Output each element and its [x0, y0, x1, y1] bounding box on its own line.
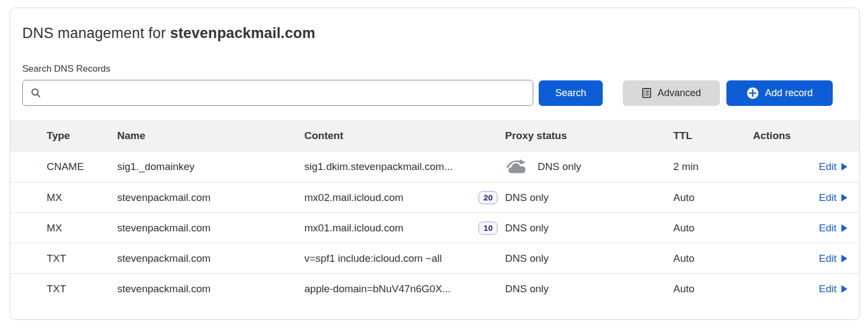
table-row: TXT stevenpackmail.com v=spf1 include:ic…: [10, 243, 859, 273]
search-input[interactable]: [47, 87, 525, 99]
record-actions: Edit: [753, 192, 847, 204]
edit-caret-icon: [841, 163, 847, 171]
list-document-icon: [642, 87, 652, 98]
proxy-status-label: DNS only: [538, 161, 581, 173]
proxy-status-label: DNS only: [505, 222, 548, 234]
search-input-wrapper: [22, 80, 533, 106]
edit-caret-icon: [841, 224, 847, 232]
proxy-status-label: DNS only: [505, 283, 548, 295]
record-content: mx01.mail.icloud.com 10: [304, 222, 505, 235]
record-proxy-status: DNS only: [505, 192, 673, 204]
search-label: Search DNS Records: [22, 64, 859, 74]
record-proxy-status: DNS only: [505, 253, 673, 265]
record-content: v=spf1 include:icloud.com ~all: [304, 253, 505, 265]
edit-record-link[interactable]: Edit: [819, 222, 847, 234]
proxy-status-label: DNS only: [505, 253, 548, 265]
edit-record-link[interactable]: Edit: [819, 161, 847, 173]
column-header-proxy-status: Proxy status: [505, 130, 673, 142]
column-header-content: Content: [304, 130, 505, 142]
column-header-name: Name: [117, 130, 304, 142]
search-button[interactable]: Search: [539, 80, 603, 106]
table-header-row: Type Name Content Proxy status TTL Actio…: [10, 120, 859, 152]
record-actions: Edit: [753, 161, 847, 173]
record-type: CNAME: [47, 161, 117, 173]
record-actions: Edit: [753, 222, 847, 234]
record-actions: Edit: [753, 253, 847, 265]
record-name: stevenpackmail.com: [117, 222, 304, 234]
page-title-domain: stevenpackmail.com: [170, 25, 315, 41]
edit-caret-icon: [841, 255, 847, 262]
table-row: MX stevenpackmail.com mx01.mail.icloud.c…: [10, 212, 859, 243]
record-content: apple-domain=bNuV47n6G0X...: [304, 283, 505, 295]
record-content: sig1.dkim.stevenpackmail.com...: [304, 161, 505, 173]
advanced-button-label: Advanced: [658, 87, 701, 99]
record-type: TXT: [47, 283, 117, 295]
page-title-prefix: DNS management for: [22, 25, 166, 41]
add-record-button-label: Add record: [765, 87, 813, 99]
search-icon: [30, 87, 41, 98]
record-name: stevenpackmail.com: [117, 283, 304, 295]
cloud-arrow-icon: [505, 159, 529, 175]
edit-caret-icon: [841, 285, 847, 293]
record-ttl: 2 min: [673, 161, 753, 173]
column-header-type: Type: [47, 130, 117, 142]
record-type: MX: [47, 192, 117, 204]
add-record-button[interactable]: Add record: [726, 80, 833, 106]
record-ttl: Auto: [673, 253, 753, 265]
table-row: TXT stevenpackmail.com apple-domain=bNuV…: [10, 273, 859, 304]
record-type: MX: [47, 222, 117, 234]
record-content: mx02.mail.icloud.com 20: [304, 191, 505, 204]
record-proxy-status: DNS only: [505, 159, 673, 175]
record-proxy-status: DNS only: [505, 222, 673, 234]
record-actions: Edit: [753, 283, 847, 295]
record-proxy-status: DNS only: [505, 283, 673, 295]
record-type: TXT: [47, 253, 117, 265]
dns-management-card: DNS management for stevenpackmail.com Se…: [10, 8, 860, 320]
mx-priority-badge: 20: [478, 191, 497, 204]
advanced-button[interactable]: Advanced: [623, 80, 720, 106]
record-ttl: Auto: [673, 222, 753, 234]
column-header-actions: Actions: [753, 130, 847, 142]
record-ttl: Auto: [673, 192, 753, 204]
edit-record-link[interactable]: Edit: [819, 253, 847, 265]
record-ttl: Auto: [673, 283, 753, 295]
record-name: sig1._domainkey: [117, 161, 304, 173]
record-name: stevenpackmail.com: [117, 192, 304, 204]
mx-priority-badge: 10: [478, 222, 497, 235]
column-header-ttl: TTL: [673, 130, 753, 142]
proxy-status-label: DNS only: [505, 192, 548, 204]
edit-record-link[interactable]: Edit: [819, 192, 847, 204]
plus-circle-icon: [746, 87, 759, 99]
table-row: CNAME sig1._domainkey sig1.dkim.stevenpa…: [10, 152, 859, 182]
dns-records-table: Type Name Content Proxy status TTL Actio…: [10, 120, 859, 304]
table-row: MX stevenpackmail.com mx02.mail.icloud.c…: [10, 182, 859, 212]
edit-record-link[interactable]: Edit: [819, 283, 847, 295]
page-title: DNS management for stevenpackmail.com: [22, 25, 859, 42]
record-name: stevenpackmail.com: [117, 253, 304, 265]
search-row: Search Advanced Add record: [22, 80, 859, 106]
edit-caret-icon: [841, 194, 847, 202]
